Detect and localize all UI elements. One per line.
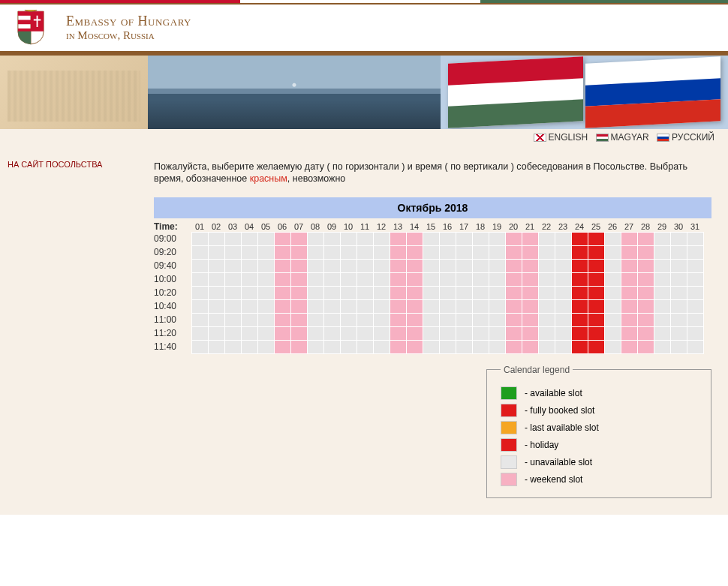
calendar-slot <box>505 313 522 326</box>
calendar-slot <box>687 232 703 245</box>
day-header: 23 <box>555 221 571 232</box>
calendar-slot <box>538 245 555 259</box>
day-header: 15 <box>423 221 439 232</box>
calendar-slot <box>670 245 687 259</box>
calendar-slot <box>472 272 489 286</box>
calendar-slot <box>208 326 224 340</box>
body-wrap: НА САЙТ ПОСОЛЬСТВА Пожалуйста, выберите … <box>0 147 728 515</box>
calendar-slot <box>621 232 637 245</box>
calendar-slot <box>290 232 307 245</box>
calendar-slot <box>373 313 390 326</box>
calendar-slot <box>307 326 323 340</box>
day-header: 08 <box>307 221 323 232</box>
calendar-slot <box>687 299 703 313</box>
calendar-slot <box>257 313 274 326</box>
calendar-slot <box>241 245 257 259</box>
calendar-slot <box>406 313 423 326</box>
calendar-slot <box>373 245 390 259</box>
calendar-slot <box>621 299 637 313</box>
calendar-slot <box>340 286 356 299</box>
calendar-slot <box>472 326 489 340</box>
calendar-slot <box>571 259 588 272</box>
calendar-slot <box>390 299 406 313</box>
calendar-slot <box>505 245 522 259</box>
calendar-slot <box>390 326 406 340</box>
calendar-slot <box>472 340 489 353</box>
calendar-slot <box>538 232 555 245</box>
day-header: 22 <box>538 221 555 232</box>
calendar-slot <box>456 340 472 353</box>
calendar-slot <box>340 340 356 353</box>
month-header: Октябрь 2018 <box>154 197 711 218</box>
calendar-slot <box>307 313 323 326</box>
calendar-slot <box>373 232 390 245</box>
lang-magyar[interactable]: MAGYAR <box>596 132 649 143</box>
calendar-slot <box>323 286 340 299</box>
calendar-slot <box>439 299 456 313</box>
calendar-slot <box>323 326 340 340</box>
legend-last: last available slot <box>501 421 700 434</box>
calendar-slot <box>423 286 439 299</box>
legend-swatch-last <box>501 421 517 434</box>
lang-english[interactable]: ENGLISH <box>534 132 588 143</box>
hero-banner <box>0 56 728 129</box>
legend-available: available slot <box>501 386 700 400</box>
time-label: 09:40 <box>154 259 191 272</box>
day-header: 11 <box>356 221 373 232</box>
calendar-slot <box>307 232 323 245</box>
calendar-slot <box>538 299 555 313</box>
day-header: 16 <box>439 221 456 232</box>
calendar-slot <box>224 245 241 259</box>
calendar-slot <box>406 232 423 245</box>
calendar-legend: Calendar legend available slot fully boo… <box>486 365 711 498</box>
lang-russian[interactable]: РУССКИЙ <box>657 132 714 143</box>
calendar-slot <box>588 286 604 299</box>
calendar-slot <box>637 232 654 245</box>
main-content: Пожалуйста, выберите желаемую дату ( по … <box>146 147 728 515</box>
legend-booked: fully booked slot <box>501 404 700 417</box>
calendar-slot <box>522 232 538 245</box>
legend-title: Calendar legend <box>501 365 573 375</box>
calendar-slot <box>191 326 208 340</box>
calendar-slot <box>456 299 472 313</box>
calendar-slot <box>439 286 456 299</box>
calendar-slot <box>340 299 356 313</box>
time-label: 10:20 <box>154 286 191 299</box>
calendar-slot <box>323 340 340 353</box>
calendar-slot <box>241 272 257 286</box>
calendar-slot <box>356 245 373 259</box>
calendar-slot <box>489 299 505 313</box>
calendar-slot <box>274 245 290 259</box>
calendar-slot <box>687 313 703 326</box>
calendar-slot <box>670 299 687 313</box>
calendar-slot <box>637 259 654 272</box>
instruction-red-word: красным <box>250 173 287 184</box>
calendar-slot <box>423 232 439 245</box>
calendar-slot <box>571 286 588 299</box>
day-header: 09 <box>323 221 340 232</box>
calendar-slot <box>356 232 373 245</box>
banner-pane-3 <box>441 56 728 129</box>
calendar-slot <box>340 313 356 326</box>
calendar-slot <box>257 326 274 340</box>
calendar-slot <box>290 299 307 313</box>
calendar-slot <box>522 286 538 299</box>
legend-swatch-available <box>501 386 517 400</box>
calendar-slot <box>505 326 522 340</box>
day-header: 17 <box>456 221 472 232</box>
calendar-slot <box>555 340 571 353</box>
calendar-slot <box>637 313 654 326</box>
calendar-slot <box>439 245 456 259</box>
hungary-flag-icon <box>448 56 583 128</box>
calendar-slot <box>439 326 456 340</box>
calendar-slot <box>191 245 208 259</box>
calendar-slot <box>323 299 340 313</box>
calendar-slot <box>571 299 588 313</box>
site-title: Embassy of Hungary in Moscow, Russia <box>66 14 191 42</box>
calendar-slot <box>257 299 274 313</box>
legend-swatch-holiday <box>501 438 517 452</box>
calendar-slot <box>505 286 522 299</box>
embassy-site-link[interactable]: НА САЙТ ПОСОЛЬСТВА <box>8 160 102 169</box>
calendar-slot <box>340 326 356 340</box>
calendar-slot <box>555 272 571 286</box>
